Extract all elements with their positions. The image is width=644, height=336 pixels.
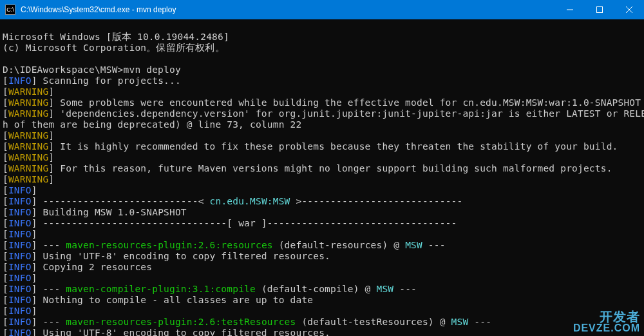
info-tag: INFO	[8, 229, 32, 239]
minimize-button[interactable]	[555, 0, 585, 19]
info-tag: INFO	[8, 328, 32, 336]
scanning-line: Scanning for projects...	[37, 75, 181, 86]
copyright-line: (c) Microsoft Corporation。保留所有权利。	[3, 43, 225, 53]
info-tag: INFO	[8, 262, 32, 272]
plugin-compiler: maven-compiler-plugin:3.1:compile	[66, 284, 256, 294]
cmd-icon: C:\	[5, 5, 15, 15]
default-compile: (default-compile) @	[256, 284, 377, 294]
watermark-line2: DEVZE.COM	[573, 323, 640, 333]
warning-tag: WARNING	[8, 97, 49, 108]
warning-tag: WARNING	[8, 141, 49, 152]
info-tag: INFO	[8, 284, 32, 294]
info-tag: INFO	[8, 317, 32, 327]
watermark: 开发者 DEVZE.COM	[573, 310, 640, 333]
sep-left: ---------------------------<	[37, 196, 210, 206]
info-tag: INFO	[8, 196, 32, 206]
project-name: MSW	[405, 240, 422, 250]
warning-tag: WARNING	[8, 152, 49, 163]
info-tag: INFO	[8, 306, 32, 316]
prompt-command: mvn deploy	[124, 64, 181, 75]
svg-rect-1	[597, 7, 603, 13]
plugin-test-resources: maven-resources-plugin:2.6:testResources	[66, 317, 296, 327]
window-controls	[555, 0, 644, 19]
info-tag: INFO	[8, 185, 32, 195]
window-title: C:\Windows\System32\cmd.exe - mvn deploy	[19, 5, 555, 14]
prompt-path: D:\IDEAworkspace\MSW>	[3, 64, 124, 75]
project-name: MSW	[376, 284, 393, 294]
copy-line: Copying 2 resources	[37, 262, 153, 272]
default-resources: (default-resources) @	[273, 240, 405, 250]
building-line: Building MSW 1.0-SNAPSHOT	[37, 207, 187, 217]
warning-tag: WARNING	[8, 163, 49, 173]
terminal-output[interactable]: Microsoft Windows [版本 10.0.19044.2486] (…	[0, 19, 644, 336]
info-tag: INFO	[8, 273, 32, 283]
warning-tag: WARNING	[8, 130, 49, 141]
war-line: --------------------------------[ war ]-…	[37, 218, 457, 228]
close-button[interactable]	[614, 0, 644, 19]
warn-recommend: It is highly recommended to fix these pr…	[54, 141, 618, 152]
default-test-resources: (default-testResources) @	[296, 317, 451, 327]
info-tag: INFO	[8, 240, 32, 250]
warning-tag: WARNING	[8, 86, 49, 97]
maximize-button[interactable]	[585, 0, 614, 19]
nothing-compile-line: Nothing to compile - all classes are up …	[37, 295, 314, 305]
watermark-line1: 开发者	[573, 310, 640, 323]
warn-dep-version: 'dependencies.dependency.version' for or…	[54, 108, 644, 119]
project-coord: cn.edu.MSW:MSW	[210, 196, 290, 206]
project-name: MSW	[451, 317, 469, 327]
sep-right: >----------------------------	[290, 196, 463, 206]
info-tag: INFO	[8, 218, 32, 228]
utf8-line: Using 'UTF-8' encoding to copy filtered …	[37, 328, 330, 336]
warn-future: For this reason, future Maven versions m…	[54, 163, 612, 173]
window-titlebar: C:\ C:\Windows\System32\cmd.exe - mvn de…	[0, 0, 644, 19]
info-tag: INFO	[8, 295, 32, 305]
warning-tag: WARNING	[8, 174, 49, 184]
warn-dep-version-cont: h of them are being deprecated) @ line 7…	[3, 119, 301, 130]
warn-problems: Some problems were encountered while bui…	[54, 97, 641, 108]
os-version-line: Microsoft Windows [版本 10.0.19044.2486]	[3, 32, 229, 42]
warning-tag: WARNING	[8, 108, 49, 119]
info-tag: INFO	[8, 75, 32, 86]
info-tag: INFO	[8, 207, 32, 217]
info-tag: INFO	[8, 251, 32, 261]
utf8-line: Using 'UTF-8' encoding to copy filtered …	[37, 251, 330, 261]
plugin-resources: maven-resources-plugin:2.6:resources	[66, 240, 272, 250]
